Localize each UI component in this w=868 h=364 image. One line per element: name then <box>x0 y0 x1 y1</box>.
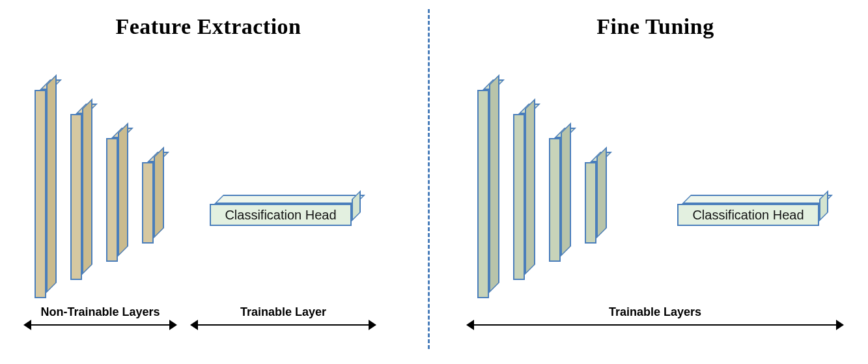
range-non-trainable <box>23 319 177 331</box>
range-trainable <box>190 319 376 331</box>
title-left: Feature Extraction <box>0 14 417 39</box>
range-label: Non-Trainable Layers <box>23 305 177 319</box>
panel-feature-extraction: Feature Extraction Classification Head N… <box>0 0 417 364</box>
range-label: Trainable Layer <box>190 305 376 319</box>
range-label: Trainable Layers <box>466 305 844 319</box>
title-right: Fine Tuning <box>443 14 868 39</box>
classification-head-label: Classification Head <box>210 204 352 226</box>
range-trainable <box>466 319 844 331</box>
panel-fine-tuning: Fine Tuning Classification Head Trainabl… <box>443 0 868 364</box>
classification-head-label: Classification Head <box>677 204 819 226</box>
panel-divider <box>428 9 430 349</box>
